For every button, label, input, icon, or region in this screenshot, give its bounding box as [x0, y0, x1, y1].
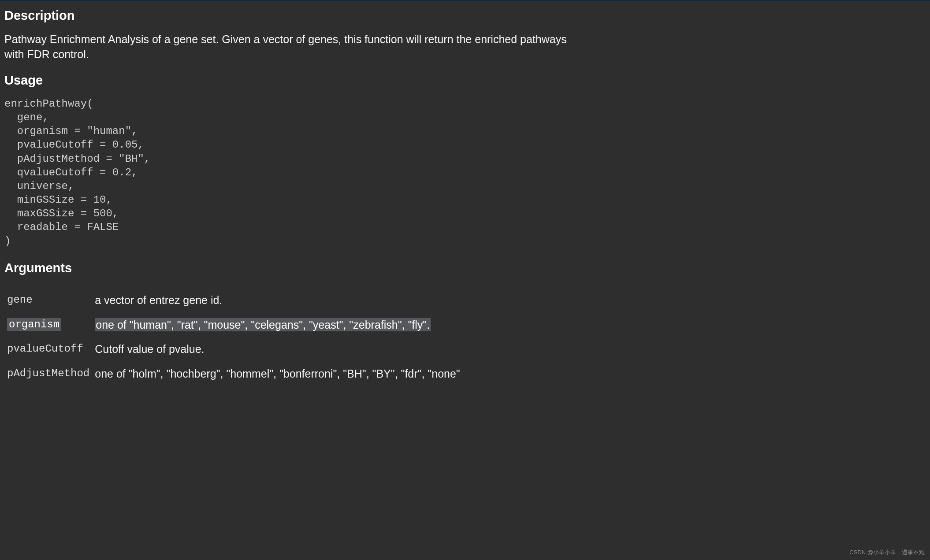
- argument-description: one of "holm", "hochberg", "hommel", "bo…: [92, 365, 462, 383]
- doc-page: Description Pathway Enrichment Analysis …: [0, 0, 930, 408]
- arguments-table: genea vector of entrez gene id.organismo…: [4, 285, 463, 390]
- argument-name: pAdjustMethod: [4, 365, 92, 383]
- heading-description: Description: [4, 7, 926, 24]
- argument-row: pAdjustMethodone of "holm", "hochberg", …: [4, 365, 463, 383]
- argument-description: Cutoff value of pvalue.: [92, 341, 462, 358]
- argument-name: pvalueCutoff: [4, 341, 92, 358]
- argument-description: one of "human", "rat", "mouse", "celegan…: [92, 316, 462, 334]
- argument-description: a vector of entrez gene id.: [92, 292, 462, 309]
- argument-name: organism: [4, 316, 92, 334]
- description-text: Pathway Enrichment Analysis of a gene se…: [4, 32, 569, 62]
- argument-row: genea vector of entrez gene id.: [4, 292, 463, 309]
- usage-code-block: enrichPathway( gene, organism = "human",…: [4, 97, 926, 248]
- heading-arguments: Arguments: [4, 260, 926, 277]
- heading-usage: Usage: [4, 72, 926, 89]
- argument-row: organismone of "human", "rat", "mouse", …: [4, 316, 463, 334]
- argument-name: gene: [4, 292, 92, 309]
- argument-row: pvalueCutoffCutoff value of pvalue.: [4, 341, 463, 358]
